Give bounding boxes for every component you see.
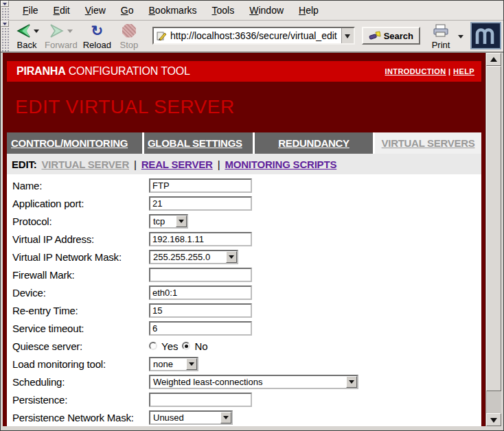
page-content: PIRANHA CONFIGURATION TOOL INTRODUCTION … <box>3 53 485 426</box>
browser-window: FileEditViewGoBookmarksToolsWindowHelp <box>0 0 504 431</box>
select-dropdown-button[interactable] <box>346 376 357 388</box>
search-icon <box>369 31 381 40</box>
navigation-toolbar: Back Forward ↻ Reload <box>1 21 503 53</box>
select-dropdown-button[interactable] <box>186 358 197 370</box>
persistence-network-mask-select[interactable]: Unused <box>149 410 233 425</box>
tab-control-monitoring[interactable]: CONTROL/MONITORING <box>7 132 142 154</box>
print-label: Print <box>432 40 450 50</box>
form-row: Virtual IP Address: <box>12 230 481 248</box>
edit-subnav: EDIT:VIRTUAL SERVER|REAL SERVER|MONITORI… <box>7 154 481 174</box>
back-icon <box>15 23 32 38</box>
form-row: Protocol:tcp <box>12 212 481 230</box>
service-timeout-field[interactable] <box>149 321 252 336</box>
select-value: Unused <box>150 412 220 423</box>
select-value: none <box>150 359 186 369</box>
app-title: PIRANHA CONFIGURATION TOOL <box>16 65 190 78</box>
select-dropdown-button[interactable] <box>176 216 187 227</box>
scheduling-label: Scheduling: <box>12 376 149 388</box>
vertical-scrollbar[interactable] <box>485 53 501 426</box>
print-dropdown-arrow[interactable] <box>458 35 463 41</box>
reload-button[interactable]: ↻ Reload <box>80 22 114 51</box>
forward-button[interactable]: Forward <box>42 22 80 51</box>
menu-items: FileEditViewGoBookmarksToolsWindowHelp <box>9 1 325 20</box>
quiesce-server-label: Quiesce server: <box>12 340 149 352</box>
forward-dropdown-arrow[interactable] <box>67 30 73 36</box>
quiesce-server-radio-no[interactable] <box>182 342 190 350</box>
stop-label: Stop <box>120 40 139 50</box>
select-value: Weighted least-connections <box>150 377 346 387</box>
menu-item-file[interactable]: File <box>16 2 45 19</box>
mozilla-logo[interactable] <box>470 22 501 49</box>
menu-item-view[interactable]: View <box>78 2 113 19</box>
menu-item-bookmarks[interactable]: Bookmarks <box>142 2 204 19</box>
scrollbar-track[interactable] <box>486 66 501 413</box>
print-button[interactable]: Print <box>426 22 456 51</box>
help-link[interactable]: HELP <box>453 67 474 75</box>
forward-icon <box>49 23 65 38</box>
tab-redundancy[interactable]: REDUNDANCY <box>255 132 373 154</box>
menubar-collapse-button[interactable] <box>1 1 9 7</box>
scroll-down-button[interactable] <box>486 413 501 426</box>
tab-label: GLOBAL SETTINGS <box>148 137 242 149</box>
service-timeout-label: Service timeout: <box>12 323 149 334</box>
app-title-strong: PIRANHA <box>16 65 66 77</box>
persistence-field[interactable] <box>149 393 252 407</box>
page-title: EDIT VIRTUAL SERVER <box>7 82 481 132</box>
form-row: Virtual IP Network Mask:255.255.255.0 <box>12 248 481 266</box>
form-row: Device: <box>12 283 481 301</box>
menu-item-edit[interactable]: Edit <box>47 2 77 19</box>
forward-label: Forward <box>45 40 78 50</box>
scroll-up-button[interactable] <box>486 53 501 66</box>
back-button[interactable]: Back <box>12 22 42 51</box>
quiesce-server-radio-yes[interactable] <box>149 342 157 350</box>
subnav-link-real-server[interactable]: REAL SERVER <box>141 159 213 170</box>
virtual-ip-address-label: Virtual IP Address: <box>12 233 149 245</box>
select-dropdown-button[interactable] <box>226 251 237 263</box>
header-link-separator: | <box>448 67 450 75</box>
protocol-select[interactable]: tcp <box>149 214 188 229</box>
device-field[interactable] <box>149 286 252 300</box>
tab-global-settings[interactable]: GLOBAL SETTINGS <box>144 132 253 154</box>
application-port-label: Application port: <box>12 198 149 209</box>
toolbar-grippy[interactable] <box>1 21 9 51</box>
url-bar <box>152 27 355 45</box>
toolbar-collapse-button[interactable] <box>1 21 9 27</box>
select-dropdown-button[interactable] <box>220 412 231 423</box>
radio-label: No <box>194 340 207 352</box>
virtual-ip-network-mask-select[interactable]: 255.255.255.0 <box>149 250 238 264</box>
select-value: 255.255.255.0 <box>150 252 226 262</box>
persistence-network-mask-label: Persistence Network Mask: <box>12 412 149 423</box>
menu-item-help[interactable]: Help <box>292 2 325 19</box>
form-row: Scheduling:Weighted least-connections <box>12 373 481 391</box>
radio-label: Yes <box>161 340 178 352</box>
tab-virtual-servers[interactable]: VIRTUAL SERVERS <box>375 132 481 154</box>
device-label: Device: <box>12 287 149 299</box>
stop-button[interactable]: Stop <box>114 22 144 51</box>
browser-viewport: PIRANHA CONFIGURATION TOOL INTRODUCTION … <box>1 53 503 430</box>
search-button[interactable]: Search <box>362 27 420 45</box>
print-icon <box>432 23 450 38</box>
menu-item-go[interactable]: Go <box>114 2 141 19</box>
subnav-link-monitoring-scripts[interactable]: MONITORING SCRIPTS <box>225 159 336 170</box>
url-dropdown-button[interactable] <box>341 28 354 43</box>
load-monitoring-tool-select[interactable]: none <box>149 357 198 371</box>
firewall-mark-field[interactable] <box>149 268 252 282</box>
tab-label: VIRTUAL SERVERS <box>382 137 475 149</box>
url-input[interactable] <box>169 30 341 41</box>
re-entry-time-field[interactable] <box>149 303 252 318</box>
introduction-link[interactable]: INTRODUCTION <box>385 67 446 75</box>
name-field[interactable] <box>149 178 252 193</box>
form-row: Name: <box>12 176 481 194</box>
scrollbar-thumb[interactable] <box>486 66 501 391</box>
form-row: Re-entry Time: <box>12 301 481 319</box>
menu-item-tools[interactable]: Tools <box>205 2 242 19</box>
scheduling-select[interactable]: Weighted least-connections <box>149 375 358 389</box>
bookmark-icon[interactable] <box>154 30 169 41</box>
virtual-server-form: Name:Application port:Protocol:tcpVirtua… <box>7 174 481 426</box>
application-port-field[interactable] <box>149 196 252 211</box>
back-dropdown-arrow[interactable] <box>34 30 39 36</box>
print-group: Print <box>426 21 463 51</box>
menubar-grippy[interactable] <box>1 1 9 20</box>
menu-item-window[interactable]: Window <box>242 2 290 19</box>
virtual-ip-address-field[interactable] <box>149 232 252 246</box>
